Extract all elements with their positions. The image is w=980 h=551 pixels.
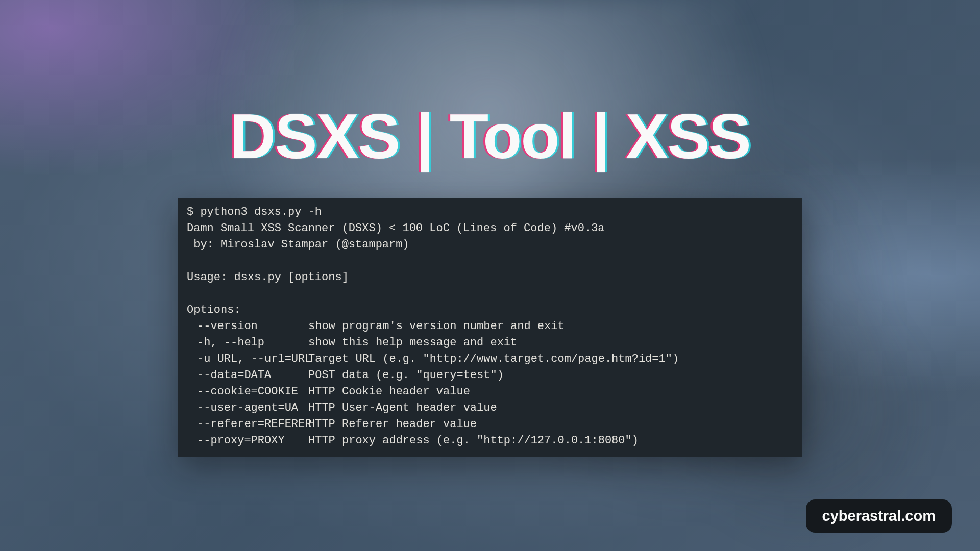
terminal-blank — [178, 253, 802, 269]
option-flag: --data=DATA — [187, 367, 308, 384]
terminal-window: $ python3 dsxs.py -h Damn Small XSS Scan… — [178, 198, 802, 457]
terminal-author: by: Miroslav Stampar (@stamparm) — [178, 237, 802, 253]
option-flag: --user-agent=UA — [187, 400, 308, 416]
option-flag: --cookie=COOKIE — [187, 384, 308, 400]
terminal-option-row: --referer=REFERER HTTP Referer header va… — [178, 416, 802, 433]
option-desc: HTTP Cookie header value — [308, 384, 470, 400]
terminal-option-row: --data=DATA POST data (e.g. "query=test"… — [178, 367, 802, 384]
option-desc: POST data (e.g. "query=test") — [308, 367, 504, 384]
option-flag: --version — [187, 318, 308, 335]
terminal-option-row: --version show program's version number … — [178, 318, 802, 335]
option-flag: -u URL, --url=URL — [187, 351, 308, 367]
option-flag: --proxy=PROXY — [187, 433, 308, 449]
page-title: DSXS | Tool | XSS — [230, 99, 750, 172]
terminal-option-row: -u URL, --url=URL Target URL (e.g. "http… — [178, 351, 802, 367]
terminal-usage: Usage: dsxs.py [options] — [178, 269, 802, 286]
terminal-command: $ python3 dsxs.py -h — [178, 204, 802, 220]
main-container: DSXS | Tool | XSS $ python3 dsxs.py -h D… — [0, 0, 980, 551]
terminal-blank — [178, 286, 802, 302]
terminal-option-row: --user-agent=UA HTTP User-Agent header v… — [178, 400, 802, 416]
terminal-banner: Damn Small XSS Scanner (DSXS) < 100 LoC … — [178, 220, 802, 237]
terminal-option-row: -h, --help show this help message and ex… — [178, 335, 802, 351]
option-desc: show this help message and exit — [308, 335, 517, 351]
terminal-option-row: --proxy=PROXY HTTP proxy address (e.g. "… — [178, 433, 802, 449]
option-flag: --referer=REFERER — [187, 416, 308, 433]
option-flag: -h, --help — [187, 335, 308, 351]
option-desc: HTTP proxy address (e.g. "http://127.0.0… — [308, 433, 639, 449]
watermark-badge: cyberastral.com — [806, 499, 952, 533]
terminal-option-row: --cookie=COOKIE HTTP Cookie header value — [178, 384, 802, 400]
option-desc: HTTP User-Agent header value — [308, 400, 497, 416]
option-desc: show program's version number and exit — [308, 318, 565, 335]
option-desc: HTTP Referer header value — [308, 416, 477, 433]
terminal-options-header: Options: — [178, 302, 802, 318]
option-desc: Target URL (e.g. "http://www.target.com/… — [308, 351, 679, 367]
